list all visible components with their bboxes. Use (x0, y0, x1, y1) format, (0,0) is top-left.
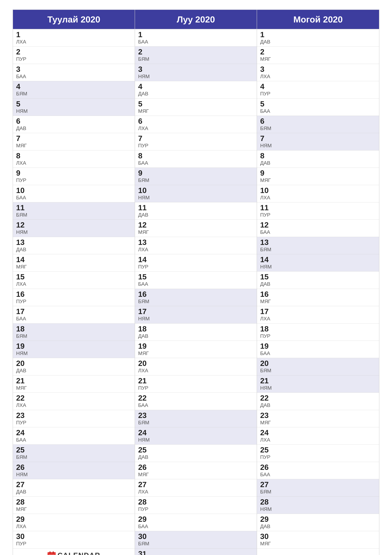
day-number: 22 (16, 394, 131, 402)
month-column-2: Могой 20201ДАВ2МЯГ3ЛХА4ПУР5БАА6БЯМ7НЯМ8Д… (257, 10, 379, 555)
day-label: НЯМ (138, 437, 254, 443)
day-row: 14МЯГ (13, 254, 135, 271)
day-number: 7 (138, 135, 254, 142)
day-row: 15БАА (135, 271, 257, 289)
day-number: 9 (260, 169, 376, 177)
month-header-2: Могой 2020 (257, 10, 379, 29)
day-label: МЯГ (138, 229, 254, 235)
day-number: 21 (260, 377, 376, 385)
day-number: 12 (260, 221, 376, 229)
day-row: 5НЯМ (13, 99, 135, 116)
day-number: 12 (138, 221, 254, 229)
day-number: 9 (16, 169, 131, 177)
day-number: 26 (260, 464, 376, 471)
day-row: 24БАА (13, 427, 135, 445)
day-number: 10 (260, 187, 376, 194)
day-label: ПУР (260, 333, 376, 339)
day-label: МЯГ (138, 471, 254, 477)
day-number: 30 (16, 533, 131, 540)
day-row: 31НЯМ (135, 548, 257, 555)
day-number: 5 (260, 100, 376, 108)
day-row: 16БЯМ (135, 289, 257, 306)
day-label: МЯГ (138, 350, 254, 356)
day-number: 5 (138, 100, 254, 108)
day-label: ДАВ (16, 367, 131, 373)
day-row: 29ЛХА (13, 514, 135, 531)
day-label: ДАВ (138, 454, 254, 460)
day-number: 24 (138, 429, 254, 437)
day-number: 14 (138, 256, 254, 263)
day-label: НЯМ (138, 73, 254, 80)
day-number: 22 (138, 394, 254, 402)
day-row: 23МЯГ (257, 410, 379, 427)
day-label: ЛХА (16, 523, 131, 529)
day-number: 24 (260, 429, 376, 437)
month-header-1: Луу 2020 (135, 10, 257, 29)
day-row: 7ПУР (135, 133, 257, 150)
inline-calendar-icon: 7 (47, 551, 56, 555)
day-row: 19БАА (257, 341, 379, 358)
day-label: ПУР (138, 264, 254, 270)
day-row: 17БАА (13, 306, 135, 323)
day-row: 10ЛХА (257, 185, 379, 202)
day-label: ПУР (16, 177, 131, 183)
day-label: НЯМ (16, 229, 131, 235)
day-row: 24НЯМ (135, 427, 257, 445)
day-number: 10 (16, 187, 131, 194)
day-label: БАА (138, 160, 254, 166)
day-label: НЯМ (138, 195, 254, 201)
day-label: ЛХА (16, 39, 131, 45)
day-row: 10БАА (13, 185, 135, 202)
day-number: 18 (16, 325, 131, 333)
day-row: 2ПУР (13, 46, 135, 64)
day-label: БЯМ (138, 177, 254, 183)
day-label: ПУР (16, 56, 131, 62)
day-number: 27 (16, 481, 131, 488)
day-row: 14ПУР (135, 254, 257, 271)
day-number: 7 (16, 135, 131, 142)
day-number: 8 (260, 152, 376, 160)
day-row: 28МЯГ (13, 497, 135, 514)
day-label: БАА (138, 281, 254, 287)
day-number: 19 (138, 342, 254, 350)
day-number: 30 (260, 533, 376, 540)
day-row: 8ЛХА (13, 150, 135, 168)
day-label: ЛХА (260, 73, 376, 80)
day-row: 27БЯМ (257, 479, 379, 497)
month-column-0: Туулай 20201ЛХА2ПУР3БАА4БЯМ5НЯМ6ДАВ7МЯГ8… (13, 10, 135, 555)
day-number: 3 (16, 66, 131, 73)
day-number: 2 (16, 48, 131, 56)
day-row: 4ПУР (257, 81, 379, 98)
day-label: ЛХА (260, 195, 376, 201)
day-row: 16МЯГ (257, 289, 379, 306)
day-row: 25ПУР (257, 445, 379, 462)
day-row: 28НЯМ (257, 497, 379, 514)
day-label: ДАВ (260, 39, 376, 45)
day-label: ДАВ (16, 489, 131, 495)
day-number: 3 (260, 66, 376, 73)
day-row: 13ЛХА (135, 237, 257, 254)
day-label: БЯМ (16, 212, 131, 218)
day-row: 30БЯМ (135, 531, 257, 548)
month-header-0: Туулай 2020 (13, 10, 135, 29)
day-number: 1 (138, 31, 254, 38)
day-number: 21 (138, 377, 254, 385)
day-row: 24ЛХА (257, 427, 379, 445)
day-number: 2 (138, 48, 254, 56)
day-number: 20 (16, 360, 131, 367)
day-row: 18ПУР (257, 323, 379, 341)
day-row: 10НЯМ (135, 185, 257, 202)
day-number: 6 (16, 117, 131, 125)
day-label: БАА (16, 437, 131, 443)
day-row: 28ПУР (135, 497, 257, 514)
day-row: 23ПУР (13, 410, 135, 427)
day-number: 3 (138, 66, 254, 73)
day-row: 21ПУР (135, 375, 257, 393)
day-label: БАА (16, 316, 131, 322)
day-number: 14 (260, 256, 376, 263)
day-row: 17ЛХА (257, 306, 379, 323)
day-label: ПУР (260, 212, 376, 218)
day-row: 12БАА (257, 219, 379, 237)
day-number: 27 (260, 481, 376, 488)
day-label: БАА (138, 402, 254, 408)
